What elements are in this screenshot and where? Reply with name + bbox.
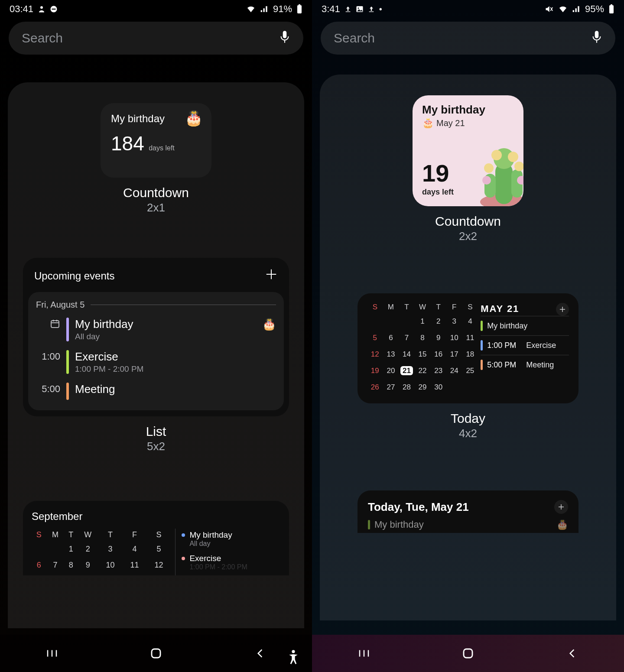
day: 20 bbox=[383, 363, 399, 379]
svg-point-23 bbox=[484, 163, 494, 173]
add-icon[interactable] bbox=[554, 500, 568, 514]
event-name: My birthday bbox=[75, 318, 256, 331]
day: 17 bbox=[446, 346, 462, 363]
agenda-item[interactable]: My birthday All day bbox=[182, 529, 280, 552]
svg-point-21 bbox=[491, 150, 502, 160]
day: 7 bbox=[399, 330, 415, 346]
widget-size: 5x2 bbox=[8, 440, 304, 453]
widget-label: Today bbox=[320, 411, 616, 426]
search-bar[interactable]: Search bbox=[321, 22, 615, 55]
search-placeholder: Search bbox=[334, 31, 375, 45]
event-time: 5:00 PM bbox=[487, 360, 522, 370]
countdown-widget[interactable]: My birthday 🎂 May 21 19 days left bbox=[413, 95, 523, 206]
event-name: My birthday bbox=[487, 321, 527, 331]
svg-rect-27 bbox=[464, 649, 472, 658]
dow: W bbox=[415, 303, 431, 312]
more-icon: • bbox=[379, 4, 382, 14]
widget-label: Countdown bbox=[320, 214, 616, 229]
home-button[interactable] bbox=[150, 647, 162, 660]
agenda-item[interactable]: Exercise 1:00 PM - 2:00 PM bbox=[182, 552, 280, 575]
dot-icon bbox=[182, 533, 185, 537]
list-widget[interactable]: Upcoming events Fri, August 5 My birthda bbox=[23, 258, 289, 416]
widget-label: List bbox=[8, 424, 304, 439]
day bbox=[32, 541, 46, 557]
event-name: My birthday bbox=[374, 519, 424, 530]
svg-rect-4 bbox=[299, 4, 300, 6]
mute-icon bbox=[544, 5, 554, 13]
mini-calendar: S M T W T F S 12345678910111213141516171… bbox=[367, 303, 478, 396]
day: 5 bbox=[146, 541, 171, 557]
battery-icon bbox=[296, 4, 302, 14]
today-event[interactable]: 1:00 PM Exercise bbox=[481, 335, 569, 355]
upload-icon bbox=[368, 5, 375, 13]
day: 3 bbox=[446, 313, 462, 330]
event-color-bar bbox=[66, 350, 69, 374]
today-widget[interactable]: S M T W T F S 12345678910111213141516171… bbox=[358, 293, 578, 403]
agenda-sub: All day bbox=[189, 540, 232, 548]
svg-point-0 bbox=[40, 6, 43, 9]
day: 13 bbox=[383, 346, 399, 363]
add-icon[interactable] bbox=[556, 303, 569, 316]
event-color-bar bbox=[481, 360, 483, 370]
event-row[interactable]: 5:00 Meeting bbox=[36, 378, 276, 404]
day: 15 bbox=[415, 346, 431, 363]
widget-label: Countdown bbox=[8, 185, 304, 200]
day bbox=[399, 313, 415, 330]
cake-icon: 🎂 bbox=[185, 109, 203, 127]
mic-icon[interactable] bbox=[591, 30, 602, 46]
event-color-bar bbox=[481, 321, 483, 331]
agenda-name: My birthday bbox=[189, 530, 232, 540]
accessibility-icon[interactable] bbox=[287, 649, 300, 664]
status-time: 03:41 bbox=[10, 3, 33, 15]
event-sub: 1:00 PM - 2:00 PM bbox=[75, 364, 276, 374]
day: 9 bbox=[430, 330, 446, 346]
today-list-header: Today, Tue, May 21 bbox=[368, 500, 469, 514]
event-row[interactable]: My birthday All day 🎂 bbox=[36, 313, 276, 346]
event-name: Meeting bbox=[526, 360, 554, 370]
svg-rect-17 bbox=[495, 163, 513, 204]
svg-rect-3 bbox=[297, 5, 302, 13]
day: 10 bbox=[446, 330, 462, 346]
nav-bar bbox=[312, 635, 624, 672]
svg-rect-2 bbox=[52, 9, 56, 10]
search-bar[interactable]: Search bbox=[9, 22, 303, 55]
month-title: September bbox=[32, 510, 280, 523]
today-list-widget[interactable]: Today, Tue, May 21 My birthday 🎂 bbox=[358, 490, 578, 533]
today-event[interactable]: 5:00 PM Meeting bbox=[481, 355, 569, 374]
phone-right: 3:41 • 95% Search bbox=[312, 0, 624, 672]
dow: M bbox=[46, 529, 65, 541]
agenda: My birthday All day Exercise 1:00 PM - 2… bbox=[175, 529, 280, 575]
today-event[interactable]: My birthday bbox=[481, 316, 569, 335]
day bbox=[367, 313, 383, 330]
recents-button[interactable] bbox=[358, 647, 370, 660]
month-widget[interactable]: September S M T W T F S bbox=[23, 501, 289, 575]
add-icon[interactable] bbox=[265, 267, 278, 284]
svg-rect-14 bbox=[611, 4, 612, 6]
home-button[interactable] bbox=[462, 647, 474, 660]
event-time: 1:00 bbox=[36, 350, 60, 362]
divider bbox=[91, 305, 276, 305]
svg-point-25 bbox=[482, 176, 491, 185]
recents-button[interactable] bbox=[46, 647, 58, 660]
day: 28 bbox=[399, 379, 415, 396]
dow: S bbox=[367, 303, 383, 312]
back-button[interactable] bbox=[254, 647, 266, 660]
today-month: MAY 21 bbox=[481, 303, 519, 315]
widget-size: 2x2 bbox=[320, 230, 616, 243]
day: 2 bbox=[430, 313, 446, 330]
battery-icon bbox=[608, 4, 614, 14]
back-button[interactable] bbox=[566, 647, 578, 660]
svg-point-11 bbox=[358, 7, 359, 9]
svg-rect-12 bbox=[369, 11, 374, 12]
signal-icon bbox=[572, 5, 581, 13]
svg-rect-9 bbox=[345, 11, 350, 12]
list-header: Upcoming events bbox=[34, 270, 114, 282]
event-row[interactable]: My birthday 🎂 bbox=[368, 519, 568, 530]
event-row[interactable]: 1:00 Exercise 1:00 PM - 2:00 PM bbox=[36, 346, 276, 378]
event-color-bar bbox=[66, 383, 69, 400]
cake-icon: 🎂 bbox=[422, 117, 434, 129]
mic-icon[interactable] bbox=[279, 30, 290, 46]
day: 30 bbox=[430, 379, 446, 396]
calendar-icon bbox=[36, 318, 60, 329]
countdown-widget[interactable]: My birthday 🎂 184 days left bbox=[101, 103, 211, 178]
